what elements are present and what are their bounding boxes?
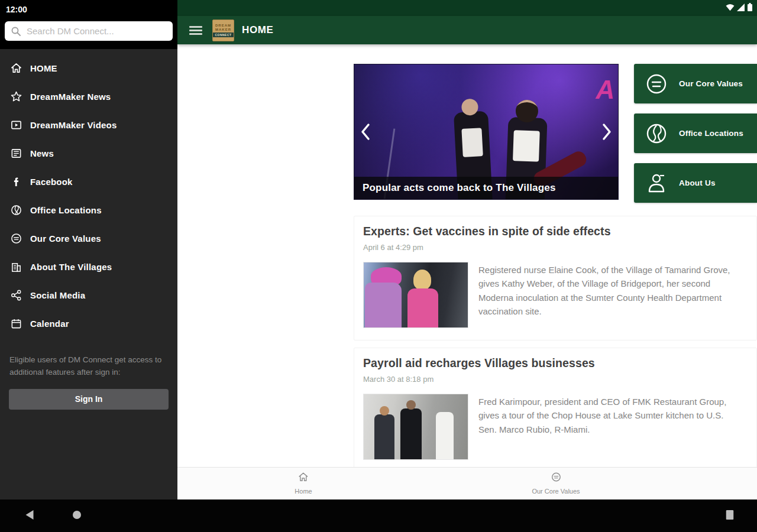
building-icon [10,261,22,273]
featured-carousel[interactable]: A Popular acts come back to The Villages [354,64,619,200]
article-summary: Fred Karimpour, president and CEO of FMK… [478,394,743,460]
wifi-icon [726,3,735,14]
status-clock: 12:00 [0,3,177,18]
article-title: Experts: Get vaccines in spite of side e… [363,225,743,238]
article-list: Experts: Get vaccines in spite of side e… [354,216,757,479]
cellular-signal-icon [737,3,745,14]
sidebar-item-dreammaker-news[interactable]: DreamMaker News [0,82,177,111]
article-thumbnail [363,262,468,328]
logo-text: MAKER [215,28,231,32]
logo-text: DREAM [215,24,231,28]
quick-links: Our Core Values Office Locations About U… [634,64,757,213]
drawer-header: 12:00 [0,0,177,49]
facebook-icon [10,176,22,187]
carousel-prev-icon[interactable] [360,123,371,141]
android-back-icon[interactable] [25,510,34,522]
person-icon [645,171,668,195]
quick-link-about-us[interactable]: About Us [634,163,757,203]
quick-link-our-core-values[interactable]: Our Core Values [634,64,757,103]
sidebar-item-dreammaker-videos[interactable]: DreamMaker Videos [0,111,177,139]
news-icon [10,147,22,159]
sidebar-item-social-media[interactable]: Social Media [0,281,177,309]
bottom-tab-bar: Home Our Core Values [177,467,757,499]
article-date: April 6 at 4:29 pm [363,243,743,252]
tab-our-core-values[interactable]: Our Core Values [532,472,580,495]
article-thumbnail [363,394,468,460]
android-recents-icon[interactable] [726,510,734,522]
home-icon [298,472,309,482]
app-logo: DREAM MAKER CONNECT [212,20,234,41]
sidebar-item-facebook[interactable]: Facebook [0,167,177,196]
app-bar: DREAM MAKER CONNECT HOME [177,16,757,44]
android-nav-bar [0,499,757,532]
sidebar-item-news[interactable]: News [0,139,177,167]
search-input[interactable] [21,26,173,36]
calendar-icon [10,317,22,329]
logo-band-text: CONNECT [213,33,234,37]
quick-link-office-locations[interactable]: Office Locations [634,113,757,153]
signin-note: Eligible users of DM Connect get access … [9,354,168,379]
carousel-next-icon[interactable] [601,123,612,141]
article-item[interactable]: Payroll aid recharges Villages businesse… [354,348,757,472]
menu-icon[interactable] [189,26,202,35]
sign-in-button[interactable]: Sign In [9,389,169,410]
share-icon [10,289,22,301]
values-icon [10,232,22,244]
article-item[interactable]: Experts: Get vaccines in spite of side e… [354,216,757,340]
search-box[interactable] [5,21,173,41]
globe-icon [645,122,668,145]
app-screen: DREAM MAKER CONNECT HOME A Popular acts … [0,0,757,532]
page-title: HOME [242,24,273,36]
article-summary: Registered nurse Elaine Cook, of the Vil… [478,262,743,328]
values-icon [551,472,561,482]
android-home-icon[interactable] [73,510,82,521]
search-icon [11,27,21,36]
sidebar-item-home[interactable]: HOME [0,54,177,82]
navigation-drawer: 12:00 HOME DreamMaker News [0,0,177,499]
video-icon [10,119,22,131]
stage-sign: A [596,75,614,105]
home-icon [10,62,22,74]
carousel-caption: Popular acts come back to The Villages [354,177,618,199]
main-content: A Popular acts come back to The Villages… [177,44,757,467]
sidebar-item-our-core-values[interactable]: Our Core Values [0,224,177,252]
sidebar-item-calendar[interactable]: Calendar [0,309,177,338]
status-bar [177,0,757,16]
globe-icon [10,204,22,216]
battery-icon [748,3,752,14]
article-title: Payroll aid recharges Villages businesse… [363,356,743,370]
star-icon [10,90,22,102]
article-date: March 30 at 8:18 pm [363,375,743,384]
sidebar-item-about-the-villages[interactable]: About The Villages [0,252,177,281]
sidebar-item-office-locations[interactable]: Office Locations [0,196,177,224]
values-icon [645,72,668,96]
drawer-menu: HOME DreamMaker News DreamMaker Videos N… [0,49,177,338]
tab-home[interactable]: Home [295,472,312,495]
